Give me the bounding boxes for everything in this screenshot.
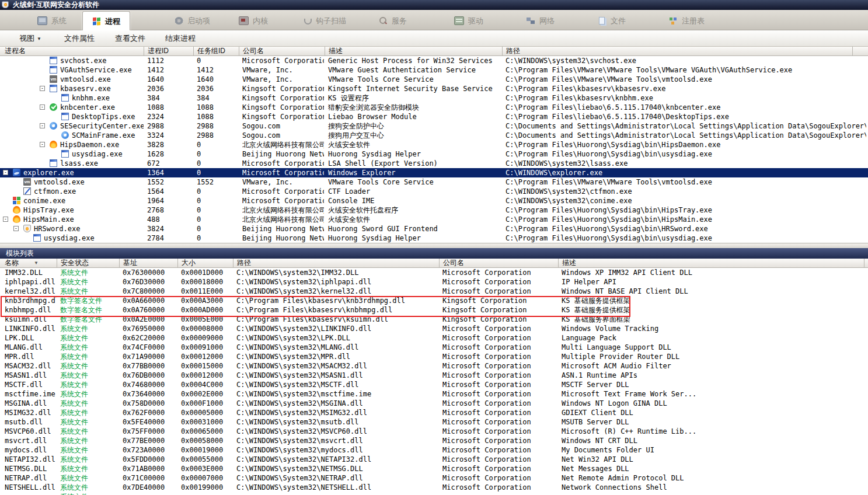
tab-service[interactable]: 服务: [369, 12, 416, 30]
module-row[interactable]: NETAPI32.dll系统文件0x5FDD00000x00055000C:\W…: [0, 455, 868, 464]
module-path: C:\WINDOWS\system32\MPR.dll: [236, 352, 438, 361]
process-row[interactable]: VGAuthService.exe14121412VMware, Inc.VMw…: [0, 65, 868, 75]
flame-icon: [13, 215, 20, 223]
tree-collapse-toggle[interactable]: -: [13, 226, 19, 231]
base-address: 0x76300000: [123, 268, 176, 277]
process-row[interactable]: -SESecurityCenter.exe29882988Sogou.com搜狗…: [0, 121, 868, 131]
col-base-address[interactable]: 基址: [119, 259, 137, 267]
view-menu[interactable]: 视图▼: [19, 33, 41, 44]
module-path: C:\WINDOWS\System32\NETRAP.dll: [236, 473, 438, 483]
company-name: VMware, Inc.: [242, 65, 324, 75]
module-name: MSACM32.dll: [5, 361, 56, 371]
process-row[interactable]: -knbcenter.exe10881088Kingsoft Corporati…: [0, 103, 868, 112]
module-row[interactable]: NETMSG.DLL系统文件0x71AB00000x0003E000C:\WIN…: [0, 464, 868, 473]
process-row[interactable]: vmvmtoolsd.exe15521552VMware, Inc.VMware…: [0, 177, 868, 187]
module-row[interactable]: MLANG.dll系统文件0x74CF00000x00091000C:\WIND…: [0, 343, 868, 352]
tab-system[interactable]: 系统: [28, 12, 76, 30]
module-row[interactable]: kernel32.dll系统文件0x7C8000000x0011E000C:\W…: [0, 287, 868, 296]
module-row[interactable]: NETRAP.dll系统文件0x71C000000x00007000C:\WIN…: [0, 473, 868, 483]
tree-collapse-toggle[interactable]: -: [3, 217, 8, 222]
process-id: 2784: [147, 233, 193, 243]
tree-collapse-toggle[interactable]: -: [40, 86, 45, 91]
base-address: 0x758D0000: [123, 399, 176, 408]
process-row[interactable]: -kbasesrv.exe20362036Kingsoft Corporatio…: [0, 84, 868, 93]
module-row[interactable]: NETSHELL.dll系统文件0x7DE400000x00199000C:\W…: [0, 483, 868, 492]
module-row[interactable]: MSGINA.dll系统文件0x758D00000x000F1000C:\WIN…: [0, 399, 868, 408]
window-icon: [50, 66, 57, 74]
process-row[interactable]: -explorer.exe13640Microsoft CorporationW…: [0, 168, 868, 177]
process-row[interactable]: DesktopTips.exe23241088Kingsoft Corporat…: [0, 112, 868, 121]
tab-process[interactable]: 进程: [82, 11, 130, 31]
module-row[interactable]: msvcrt.dll系统文件0x77BE00000x00058000C:\WIN…: [0, 436, 868, 445]
module-description: Language Pack: [562, 333, 866, 343]
process-row[interactable]: lsass.exe6720Microsoft CorporationLSA Sh…: [0, 159, 868, 168]
col-module-desc[interactable]: 描述: [558, 259, 576, 267]
module-row[interactable]: ksuimn.dll数字签名文件0x0A2E00000x0005E000C:\P…: [0, 315, 868, 324]
module-path: C:\WINDOWS\system32\MSCTF.dll: [236, 380, 438, 389]
splitter[interactable]: [0, 243, 868, 248]
process-row[interactable]: -HipsMain.exe4880北京火绒网络科技有限公司火绒安全软件C:\Pr…: [0, 215, 868, 224]
col-spacer: [864, 259, 868, 267]
module-row[interactable]: msctfime.ime系统文件0x736400000x0002E000C:\W…: [0, 389, 868, 399]
col-path[interactable]: 路径: [502, 47, 520, 55]
tab-registry[interactable]: 注册表: [660, 12, 714, 30]
file-properties-button[interactable]: 文件属性: [64, 33, 95, 44]
process-path: C:\Documents and Settings\Administrator\…: [506, 121, 866, 131]
module-row[interactable]: MSVCP60.dll系统文件0x75FF00000x00065000C:\WI…: [0, 427, 868, 436]
process-row[interactable]: HipsTray.exe27680北京火绒网络科技有限公司火绒安全软件托盘程序C…: [0, 205, 868, 215]
process-row[interactable]: conime.exe19640Microsoft CorporationCons…: [0, 196, 868, 205]
tab-file[interactable]: 文件: [588, 12, 635, 30]
module-row[interactable]: LPK.DLL系统文件0x62C200000x00009000C:\WINDOW…: [0, 333, 868, 343]
module-row[interactable]: MSCTF.dll系统文件0x746800000x0004C000C:\WIND…: [0, 380, 868, 389]
module-row[interactable]: mydocs.dll系统文件0x723A00000x00019000C:\WIN…: [0, 445, 868, 455]
process-row[interactable]: knbhm.exe384384Kingsoft CorporationKS 设置…: [0, 93, 868, 103]
col-module-company[interactable]: 公司名: [439, 259, 464, 267]
module-row[interactable]: knb3rdhmpg.dll数字签名文件0x0A6600000x000A3000…: [0, 296, 868, 305]
process-row[interactable]: svchost.exe11120Microsoft CorporationGen…: [0, 56, 868, 65]
module-row[interactable]: IMM32.DLL系统文件0x763000000x0001D000C:\WIND…: [0, 268, 868, 277]
tab-hook-scan[interactable]: 钩子扫描: [295, 12, 355, 30]
col-module-path[interactable]: 路径: [233, 259, 251, 267]
process-name: SESecurityCenter.exe: [60, 121, 144, 131]
process-row[interactable]: SCMainFrame.exe33242988Sogou.com搜狗用户交互中心…: [0, 131, 868, 140]
col-company[interactable]: 公司名: [239, 47, 264, 55]
col-task-group-id[interactable]: 任务组ID: [193, 47, 225, 55]
module-name: ksuimn.dll: [5, 315, 56, 324]
col-size[interactable]: 大小: [177, 259, 196, 267]
tree-collapse-toggle[interactable]: -: [3, 170, 8, 175]
tree-collapse-toggle[interactable]: -: [40, 104, 45, 110]
module-row[interactable]: MSIMG32.dll系统文件0x762F00000x00005000C:\WI…: [0, 408, 868, 417]
process-row[interactable]: ctfmon.exe15640Microsoft CorporationCTF …: [0, 187, 868, 196]
col-security-status[interactable]: 安全状态: [57, 259, 89, 267]
tab-startup[interactable]: 启动项: [165, 12, 219, 30]
tab-network[interactable]: 网络: [517, 12, 564, 30]
col-module-name[interactable]: 名称▼: [0, 259, 39, 267]
tab-kernel[interactable]: 内核: [229, 12, 277, 30]
module-row[interactable]: iphlpapi.dll系统文件0x76D300000x00018000C:\W…: [0, 277, 868, 287]
module-row[interactable]: LINKINFO.dll系统文件0x769500000x00008000C:\W…: [0, 324, 868, 333]
module-row[interactable]: MSASN1.dll系统文件0x76DB00000x00012000C:\WIN…: [0, 371, 868, 380]
end-process-button[interactable]: 结束进程: [165, 33, 196, 44]
col-description[interactable]: 描述: [325, 47, 343, 55]
col-process-name[interactable]: 进程名: [0, 47, 26, 55]
tree-collapse-toggle[interactable]: -: [40, 142, 45, 147]
process-row[interactable]: usysdiag.exe27840Beijing Huorong Netwo..…: [0, 233, 868, 243]
col-process-id[interactable]: 进程ID: [144, 47, 169, 55]
module-row[interactable]: knbhmpg.dll数字签名文件0x0A7600000x000AD000C:\…: [0, 305, 868, 315]
module-row-partial[interactable]: 系统文件: [0, 492, 868, 495]
process-description: VMware Tools Core Service: [328, 75, 501, 84]
process-row[interactable]: -HipsDaemon.exe38280北京火绒网络科技有限公司火绒安全软件C:…: [0, 140, 868, 149]
tree-collapse-toggle[interactable]: -: [40, 123, 45, 128]
process-row[interactable]: vmvmtoolsd.exe16401640VMware, Inc.VMware…: [0, 75, 868, 84]
module-row[interactable]: MSACM32.dll系统文件0x77BB00000x00015000C:\WI…: [0, 361, 868, 371]
view-file-button[interactable]: 查看文件: [115, 33, 145, 44]
module-row[interactable]: msutb.dll系统文件0x5FE400000x00031000C:\WIND…: [0, 417, 868, 427]
window-icon: [50, 159, 57, 167]
module-name: msctfime.ime: [5, 389, 56, 399]
sogou-icon: [61, 131, 69, 139]
module-row[interactable]: MPR.dll系统文件0x71A900000x00012000C:\WINDOW…: [0, 352, 868, 361]
process-row[interactable]: -HRSword.exe38240Beijing Huorong Netwo..…: [0, 224, 868, 233]
task-group-id: 0: [197, 224, 238, 233]
process-row[interactable]: usysdiag.exe16280Beijing Huorong Netwo..…: [0, 149, 868, 159]
tab-driver[interactable]: 驱动: [445, 12, 493, 30]
